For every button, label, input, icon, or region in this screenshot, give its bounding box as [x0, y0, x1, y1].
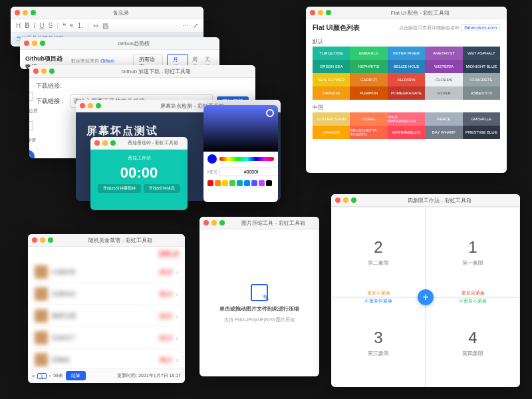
color-swatch[interactable]: Silver	[425, 86, 462, 100]
next-page-button[interactable]: ›	[49, 374, 51, 378]
start-break-button[interactable]: 开始5分钟休息	[144, 184, 180, 193]
color-swatch[interactable]: Amethyst	[425, 47, 462, 60]
titlebar[interactable]: 番茄番茄钟 - 彩虹工具箱	[90, 137, 188, 150]
titlebar[interactable]: 随机美食菜谱 - 彩虹工具箱	[28, 234, 185, 247]
color-swatch[interactable]: Wet Asphalt	[463, 47, 500, 60]
image-icon[interactable]: ▨	[102, 22, 108, 29]
window-title: 备忘录	[43, 9, 200, 17]
color-swatch[interactable]: Orange	[313, 86, 350, 100]
traffic-lights[interactable]	[32, 237, 53, 243]
traffic-lights[interactable]	[94, 140, 116, 146]
color-swatch[interactable]: Alizarin	[388, 73, 425, 86]
titlebar[interactable]: 备忘录	[11, 7, 203, 19]
drop-text: 单击或拖动图片文件到此进行压缩	[219, 305, 299, 313]
color-swatch[interactable]: Midnight Blue	[463, 60, 500, 73]
traffic-lights[interactable]	[335, 198, 356, 203]
color-chip[interactable]	[251, 180, 257, 186]
color-swatch[interactable]: Wisteria	[425, 60, 462, 73]
color-swatch[interactable]: Bay Wharf	[425, 126, 462, 139]
gradient-canvas[interactable]	[203, 105, 278, 152]
drop-zone[interactable]: ✎ 单击或拖动图片文件到此进行压缩 支持 PNG|JPG|GIF|SVG 图片压…	[200, 229, 319, 376]
sidebar-icon[interactable]	[29, 121, 33, 130]
color-swatch[interactable]: Grisaille	[463, 112, 500, 126]
link-icon[interactable]: ⇔	[93, 22, 98, 29]
more-icon[interactable]: ⋯	[182, 22, 189, 29]
drop-subtext: 支持 PNG|JPG|GIF|SVG 图片压缩	[224, 317, 295, 323]
first-page-button[interactable]: «	[32, 374, 35, 378]
strike-icon[interactable]: S	[48, 22, 53, 29]
titlebar[interactable]: Flat UI 配色 - 彩虹工具箱	[306, 7, 507, 19]
quadrant-2[interactable]: 2第二象限	[331, 207, 426, 297]
traffic-lights[interactable]	[80, 103, 101, 108]
color-swatch[interactable]: Prestige Blue	[463, 126, 500, 139]
submit-button[interactable]: 结算	[66, 371, 86, 380]
color-swatch[interactable]: Peace	[425, 112, 462, 126]
titlebar[interactable]: 图片压缩工具 - 彩虹工具箱	[200, 217, 319, 229]
hue-slider[interactable]	[219, 157, 274, 161]
color-chip[interactable]	[215, 180, 221, 186]
expand-icon[interactable]: ⤢	[193, 22, 198, 29]
add-task-button[interactable]: +	[418, 289, 434, 305]
bold-icon[interactable]: B	[25, 22, 29, 29]
hex-input[interactable]	[219, 168, 278, 176]
color-swatch[interactable]: Pomegranate	[388, 86, 425, 100]
list-item[interactable]: 鱼香肉丝35.5›	[33, 283, 180, 305]
color-chip[interactable]	[222, 180, 228, 186]
sidebar-item-save-location[interactable]: 保存位置	[29, 108, 38, 114]
section-label: 中国	[306, 100, 507, 112]
color-swatch[interactable]: Green Sea	[313, 60, 350, 73]
editor-toolbar[interactable]: H B I U S | ❝ ≡ 1. | ⇔ ▨ ⋯ ⤢	[11, 19, 203, 33]
color-swatch[interactable]: Emerald	[350, 47, 387, 60]
add-button[interactable]: +	[29, 150, 35, 158]
flatui-source-link[interactable]: flatuicolors.com	[461, 24, 500, 31]
quadrant-4[interactable]: 4第四象限	[426, 297, 520, 387]
traffic-lights[interactable]	[33, 68, 55, 74]
titlebar[interactable]: Github趋势榜	[20, 37, 219, 50]
titlebar[interactable]: 四象限工作法 - 彩虹工具箱	[331, 194, 520, 207]
color-swatch[interactable]: Concrete	[463, 73, 500, 86]
color-swatch[interactable]: Carrot	[350, 73, 387, 86]
color-chip[interactable]	[229, 180, 235, 186]
traffic-lights[interactable]	[15, 10, 36, 15]
color-chip[interactable]	[266, 180, 272, 186]
color-swatch[interactable]: Wild Watermelon	[388, 112, 425, 126]
italic-icon[interactable]: I	[33, 22, 35, 29]
traffic-lights[interactable]	[203, 220, 225, 225]
numbered-list-icon[interactable]: 1.	[78, 22, 83, 29]
window-title: 番茄番茄钟 - 彩虹工具箱	[122, 140, 184, 146]
list-icon[interactable]: ≡	[70, 22, 74, 29]
list-item[interactable]: 麻婆豆腐18.6›	[33, 305, 180, 327]
color-swatch[interactable]: Asbestos	[463, 86, 500, 100]
color-swatch[interactable]: Sun Flower	[313, 73, 350, 86]
traffic-lights[interactable]	[310, 10, 331, 15]
color-swatch[interactable]: Pumpkin	[350, 86, 387, 100]
titlebar[interactable]: Github 加速下载 - 彩虹工具箱	[29, 65, 255, 78]
page-number[interactable]: 1	[37, 373, 47, 379]
start-pomodoro-button[interactable]: 开始25分钟番茄钟	[98, 184, 141, 193]
sidebar-icon[interactable]	[29, 92, 33, 101]
color-chip[interactable]	[244, 180, 250, 186]
color-swatch[interactable]: Belize Hole	[388, 60, 425, 73]
list-item[interactable]: 宫保鸡丁42.0›	[33, 327, 180, 349]
color-swatch[interactable]: Turquoise	[313, 47, 350, 60]
color-swatch[interactable]: Watermelon	[388, 126, 425, 139]
sidebar-item-save-info[interactable]: 保存信	[29, 137, 36, 144]
list-item[interactable]: 红烧排骨29.8›	[33, 261, 180, 283]
color-chip[interactable]	[237, 180, 243, 186]
color-chip[interactable]	[259, 180, 265, 186]
color-swatch[interactable]: Clouds	[425, 73, 462, 86]
color-swatch[interactable]: Golden Sand	[313, 112, 350, 126]
picker-handle[interactable]	[266, 109, 274, 117]
quote-icon[interactable]: ❝	[63, 22, 66, 29]
color-swatch[interactable]: Bruschetta Tomato	[350, 126, 387, 139]
underline-icon[interactable]: U	[39, 22, 44, 29]
color-swatch[interactable]: Peter River	[388, 47, 425, 60]
color-chip[interactable]	[207, 180, 213, 186]
quadrant-3[interactable]: 3第三象限	[331, 297, 426, 387]
color-swatch[interactable]: Coral	[350, 112, 387, 126]
color-swatch[interactable]: Orange	[313, 126, 350, 139]
heading-icon[interactable]: H	[16, 22, 21, 29]
color-swatch[interactable]: Nephritis	[350, 60, 387, 73]
traffic-lights[interactable]	[24, 41, 45, 46]
quadrant-1[interactable]: 1第一象限	[426, 207, 520, 297]
